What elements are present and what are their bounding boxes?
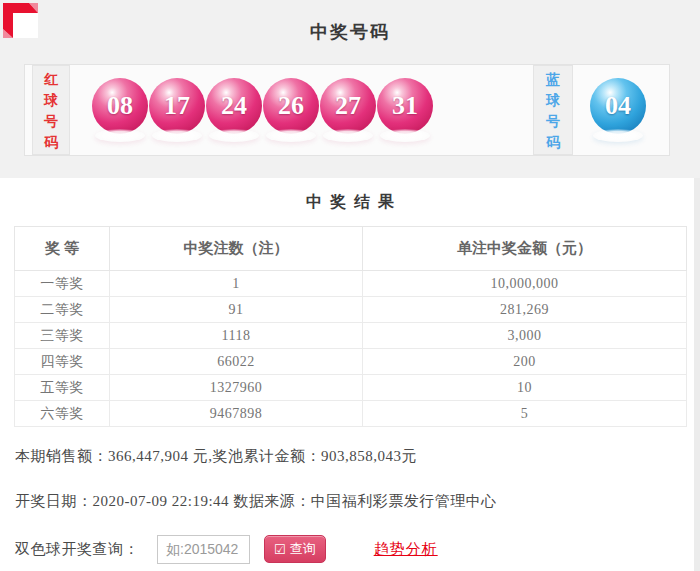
- amount-cell: 200: [363, 349, 687, 375]
- page-title: 中奖号码: [0, 20, 700, 44]
- header-tier: 奖 等: [15, 227, 110, 271]
- amount-cell: 5: [363, 401, 687, 427]
- amount-cell: 281,269: [363, 297, 687, 323]
- tier-cell: 三等奖: [15, 323, 110, 349]
- count-cell: 91: [110, 297, 363, 323]
- amount-cell: 10,000,000: [363, 271, 687, 297]
- count-cell: 66022: [110, 349, 363, 375]
- blue-ball-label-text: 蓝球号码: [546, 69, 561, 153]
- sales-info-line: 本期销售额：366,447,904 元,奖池累计金额：903,858,043元: [15, 447, 417, 466]
- count-cell: 1327960: [110, 375, 363, 401]
- checkbox-check-icon: ☑: [274, 543, 286, 556]
- ball-panel: 红球号码 08 17 24 26 27 31 蓝球号码 04: [24, 64, 670, 156]
- prize-table: 奖 等 中奖注数（注） 单注中奖金额（元） 一等奖 1 10,000,000 二…: [14, 226, 687, 427]
- query-button[interactable]: ☑查询: [264, 535, 326, 563]
- table-row: 二等奖 91 281,269: [15, 297, 687, 323]
- tier-cell: 六等奖: [15, 401, 110, 427]
- query-row: 双色球开奖查询： ☑查询 趋势分析: [15, 534, 438, 564]
- red-ball-label: 红球号码: [32, 65, 70, 155]
- blue-ball-label: 蓝球号码: [533, 65, 573, 155]
- count-cell: 1118: [110, 323, 363, 349]
- count-cell: 1: [110, 271, 363, 297]
- tier-cell: 一等奖: [15, 271, 110, 297]
- query-button-label: 查询: [290, 540, 316, 558]
- header-count: 中奖注数（注）: [110, 227, 363, 271]
- issue-query-input[interactable]: [157, 535, 250, 564]
- red-ball-6: 31: [377, 78, 433, 134]
- trend-analysis-link[interactable]: 趋势分析: [374, 540, 438, 559]
- red-ball-5: 27: [320, 78, 376, 134]
- header-amount: 单注中奖金额（元）: [363, 227, 687, 271]
- winning-numbers-banner: 中奖号码 红球号码 08 17 24 26 27 31 蓝球号码 04: [0, 0, 700, 178]
- red-ball-1: 08: [92, 78, 148, 134]
- red-ball-label-text: 红球号码: [44, 69, 59, 153]
- tier-cell: 四等奖: [15, 349, 110, 375]
- tier-cell: 二等奖: [15, 297, 110, 323]
- results-title: 中奖结果: [0, 192, 700, 213]
- red-ball-4: 26: [263, 78, 319, 134]
- count-cell: 9467898: [110, 401, 363, 427]
- red-ball-2: 17: [149, 78, 205, 134]
- table-row: 六等奖 9467898 5: [15, 401, 687, 427]
- red-ball-3: 24: [206, 78, 262, 134]
- table-row: 四等奖 66022 200: [15, 349, 687, 375]
- prize-table-header-row: 奖 等 中奖注数（注） 单注中奖金额（元）: [15, 227, 687, 271]
- amount-cell: 3,000: [363, 323, 687, 349]
- amount-cell: 10: [363, 375, 687, 401]
- draw-date-line: 开奖日期：2020-07-09 22:19:44 数据来源：中国福利彩票发行管理…: [15, 492, 497, 511]
- table-row: 五等奖 1327960 10: [15, 375, 687, 401]
- query-label: 双色球开奖查询：: [15, 540, 139, 559]
- tier-cell: 五等奖: [15, 375, 110, 401]
- table-row: 三等奖 1118 3,000: [15, 323, 687, 349]
- blue-ball-1: 04: [590, 78, 646, 134]
- table-row: 一等奖 1 10,000,000: [15, 271, 687, 297]
